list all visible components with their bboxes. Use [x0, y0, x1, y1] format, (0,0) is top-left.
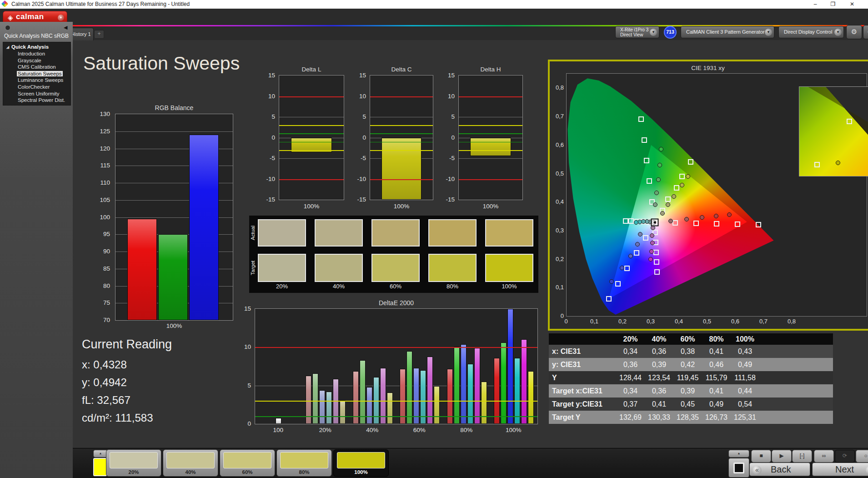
chevron-down-icon[interactable]: ▼ — [58, 15, 64, 21]
deltae-bar — [366, 387, 372, 424]
delta_h-xlabel: 100% — [458, 203, 523, 210]
cie-measured-point — [635, 242, 640, 247]
deltae-group-label: 40% — [349, 427, 396, 433]
cie-ytick: 0,7 — [556, 113, 564, 120]
deltae-ytick: 0 — [247, 420, 251, 427]
collapse-panel-button[interactable]: ◀ — [863, 25, 868, 39]
continuous-icon[interactable]: ∞ — [814, 450, 834, 463]
chevron-down-icon[interactable]: ▼ — [650, 29, 657, 36]
deltae-group-40% — [349, 309, 396, 424]
delta_l-yaxis: 151050-5-10-15 — [261, 75, 277, 199]
minimize-button[interactable]: – — [808, 0, 823, 9]
sidebar: ◀ Quick Analysis NBC sRGB ◢ Quick Analys… — [0, 22, 73, 478]
current-reading-x: x: 0,4328 — [82, 358, 127, 371]
next-button[interactable]: Next» — [812, 463, 868, 476]
cie-measured-point — [666, 202, 670, 207]
cie-ytick: 0,5 — [556, 170, 564, 176]
cie-yaxis: 0,80,70,60,50,40,30,20,10 — [550, 73, 565, 316]
actual-swatch-80% — [428, 219, 477, 247]
cie-measured-point — [684, 217, 689, 221]
swatch-col-label: 80% — [428, 283, 477, 290]
meter-dropdown[interactable]: X-Rite i1Pro 3 Direct View ▼ — [615, 26, 659, 38]
table-header-40%: 40% — [645, 333, 673, 345]
delta_c-xlabel: 100% — [370, 203, 433, 210]
cie-measured-point — [714, 214, 718, 218]
sidebar-item-cms-calibration[interactable]: CMS Calibration — [3, 64, 70, 70]
cie-measured-point — [656, 177, 661, 182]
close-button[interactable]: ✕ — [844, 0, 860, 9]
reference-line — [370, 96, 433, 97]
delta_h-ytick: -10 — [446, 175, 455, 182]
delta_l-ytick: 0 — [271, 134, 275, 141]
sidebar-item-saturation-sweeps[interactable]: Saturation Sweeps — [3, 70, 70, 77]
cie-target-square — [654, 269, 660, 275]
restore-button[interactable]: ❐ — [825, 0, 841, 9]
target-swatch-40% — [315, 254, 363, 282]
delta_h-ytick: 5 — [451, 113, 455, 120]
cie-ytick: 0,6 — [556, 141, 564, 148]
pattern-window-button[interactable] — [728, 458, 749, 478]
cie-measured-point — [668, 219, 673, 223]
sidebar-item-colorchecker[interactable]: ColorChecker — [3, 84, 70, 91]
pattern-window-up-button[interactable]: ▲ — [728, 450, 749, 458]
pattern-button-100%[interactable]: 100% — [333, 449, 389, 477]
table-cell: 0,37 — [616, 397, 645, 411]
sidebar-item-screen-uniformity[interactable]: Screen Uniformity — [3, 91, 70, 97]
pattern-button-80%[interactable]: 80% — [276, 449, 332, 477]
stop-pattern-icon[interactable]: ■ — [751, 450, 771, 463]
sidebar-item-grayscale[interactable]: Grayscale — [3, 57, 70, 64]
sidebar-item-luminance-sweeps[interactable]: Luminance Sweeps — [3, 77, 70, 84]
deltae-bar — [276, 418, 281, 424]
table-cell: 0,41 — [702, 384, 731, 397]
play-icon[interactable]: ▶ — [772, 450, 792, 463]
current-pattern-swatch[interactable] — [93, 458, 107, 476]
record-icon[interactable]: ○ — [856, 450, 868, 463]
cie-measured-point — [648, 257, 653, 262]
sidebar-item-introduction[interactable]: Introduction — [3, 50, 70, 57]
delta_h-ytick: 0 — [451, 134, 455, 141]
deltae-bar — [494, 358, 500, 424]
reference-line — [370, 150, 433, 151]
chevron-down-icon[interactable]: ▼ — [765, 29, 772, 36]
reference-line — [459, 179, 522, 180]
reference-line — [279, 142, 344, 143]
table-row-label: Y — [549, 371, 616, 384]
deltae-group-label: 100 — [255, 427, 302, 433]
pattern-button-60%[interactable]: 60% — [220, 449, 275, 477]
cie-1931-panel[interactable]: CIE 1931 xy 0,80,70,60,50,40,30,20,10 00… — [548, 60, 868, 331]
display-control-label: Direct Display Control — [784, 29, 832, 35]
delta_c-ytick: 5 — [362, 113, 366, 120]
step-icon[interactable]: [-] — [792, 450, 812, 463]
refresh-icon[interactable]: ⟳ — [835, 450, 855, 463]
deltae-bar — [326, 392, 332, 424]
pattern-button-40%[interactable]: 40% — [163, 449, 218, 477]
pattern-source-dropdown[interactable]: CalMAN Client 3 Pattern Generator ▼ — [681, 26, 774, 38]
add-tab-button[interactable]: + — [94, 30, 104, 39]
reference-line — [370, 125, 433, 126]
display-control-dropdown[interactable]: Direct Display Control ▼ — [778, 26, 844, 38]
table-cell: 126,73 — [702, 411, 731, 424]
delta_h-chart — [458, 75, 523, 200]
chevron-down-icon[interactable]: ▼ — [834, 29, 842, 36]
delta_h-ytick: 15 — [448, 72, 455, 79]
sidebar-dot-icon[interactable] — [5, 25, 10, 30]
cie-measured-point — [654, 191, 659, 195]
reference-line — [279, 133, 344, 134]
cie-ytick: 0,8 — [556, 84, 564, 91]
delta_l-title: Delta L — [279, 66, 344, 73]
cie-target-square — [714, 221, 719, 226]
reference-line — [459, 96, 522, 97]
cie-measured-point — [634, 220, 638, 225]
back-button[interactable]: «Back — [749, 463, 810, 476]
calman-diamond-icon: ◈ — [8, 14, 13, 22]
rgb-ytick: 90 — [103, 248, 110, 255]
calman-logo-text: calman — [16, 12, 44, 21]
pattern-button-20%[interactable]: 20% — [106, 449, 161, 477]
pattern-button-label: 20% — [106, 469, 161, 475]
tree-expand-icon[interactable]: ◢ — [6, 44, 9, 50]
sidebar-collapse-icon[interactable]: ◀ — [64, 25, 67, 30]
reference-line — [279, 125, 344, 126]
tree-root-quick-analysis[interactable]: ◢ Quick Analysis — [3, 44, 70, 50]
gear-icon[interactable]: ⚙ — [846, 25, 862, 39]
sidebar-item-spectral-power-dist-[interactable]: Spectral Power Dist. — [3, 97, 70, 104]
